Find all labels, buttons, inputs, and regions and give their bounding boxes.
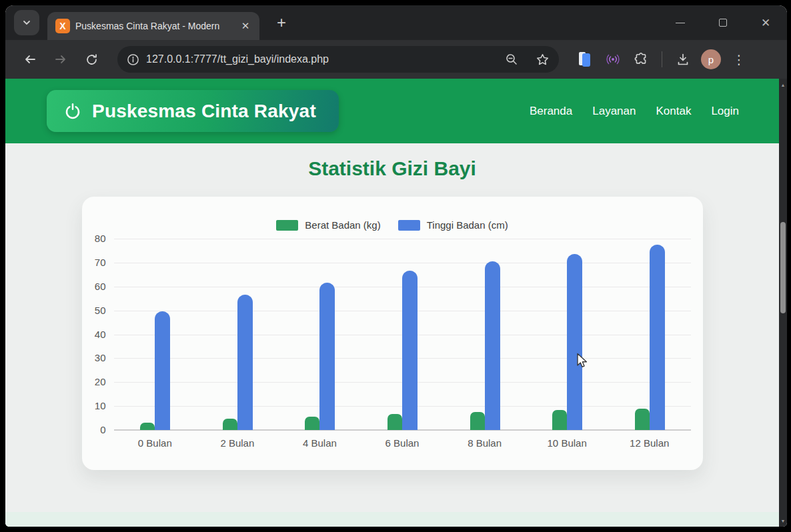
legend-item[interactable]: Berat Badan (kg) <box>276 219 380 231</box>
extensions-button[interactable] <box>630 48 652 71</box>
puzzle-icon <box>634 52 648 67</box>
scrollbar-up-icon[interactable]: ▲ <box>779 80 787 89</box>
x-axis-label: 2 Bulan <box>220 437 254 449</box>
nav-link-kontak[interactable]: Kontak <box>656 105 691 118</box>
legend-label: Tinggi Badan (cm) <box>427 219 508 231</box>
tab-strip: X Puskesmas Cinta Rakyat - Modern ✕ + ✕ <box>5 5 787 40</box>
bookmark-button[interactable] <box>531 48 554 71</box>
toolbar-divider <box>662 51 662 67</box>
gridline <box>114 239 691 239</box>
x-axis-label: 12 Bulan <box>630 437 669 449</box>
minimize-icon <box>676 23 685 23</box>
legend-label: Berat Badan (kg) <box>305 219 380 231</box>
reload-button[interactable] <box>80 48 103 71</box>
footer-strip <box>5 512 779 527</box>
nav-link-layanan[interactable]: Layanan <box>592 105 636 118</box>
page-viewport: Puskesmas Cinta Rakyat BerandaLayananKon… <box>5 79 787 527</box>
bar-tinggi-badan[interactable] <box>237 295 253 430</box>
minimize-button[interactable] <box>659 5 702 40</box>
x-axis-label: 8 Bulan <box>468 437 502 449</box>
scrollbar-thumb[interactable] <box>780 222 786 313</box>
tab-search-button[interactable] <box>14 10 39 35</box>
bar-berat-badan[interactable] <box>387 414 402 430</box>
site-brand[interactable]: Puskesmas Cinta Rakyat <box>47 90 339 132</box>
broadcast-icon <box>604 53 622 66</box>
star-icon <box>536 53 550 67</box>
bar-tinggi-badan[interactable] <box>402 271 418 430</box>
y-axis-tick: 50 <box>83 305 106 316</box>
forward-icon <box>53 52 68 67</box>
forward-button[interactable] <box>49 48 72 71</box>
back-button[interactable] <box>19 48 41 71</box>
maximize-button[interactable] <box>702 5 744 40</box>
y-axis-tick: 30 <box>83 352 106 363</box>
x-axis-label: 6 Bulan <box>385 437 420 449</box>
chevron-down-icon <box>21 17 32 28</box>
bar-tinggi-badan[interactable] <box>485 261 500 430</box>
zoom-indicator-button[interactable] <box>500 48 523 71</box>
x-axis-label: 4 Bulan <box>303 437 337 449</box>
profile-button[interactable]: p <box>700 48 722 71</box>
bar-berat-badan[interactable] <box>470 412 485 430</box>
bar-tinggi-badan[interactable] <box>650 245 665 430</box>
zoom-out-icon <box>505 53 518 66</box>
bar-berat-badan[interactable] <box>223 419 237 430</box>
download-icon <box>676 52 690 67</box>
page-scrollbar[interactable]: ▲ ▼ <box>779 79 787 527</box>
browser-window: X Puskesmas Cinta Rakyat - Modern ✕ + ✕ <box>5 5 787 527</box>
reload-icon <box>85 53 99 67</box>
y-axis-tick: 60 <box>83 281 106 292</box>
nav-link-login[interactable]: Login <box>711 105 739 118</box>
bar-berat-badan[interactable] <box>140 423 155 430</box>
x-axis-label: 10 Bulan <box>548 437 587 449</box>
chart-legend: Berat Badan (kg)Tinggi Badan (cm) <box>82 219 703 231</box>
tab-close-button[interactable]: ✕ <box>238 19 253 33</box>
broadcast-extension-button[interactable] <box>602 48 624 71</box>
legend-swatch <box>276 220 298 231</box>
toolbar-right: p ⋮ <box>574 48 750 71</box>
maximize-icon <box>719 19 727 27</box>
y-axis-tick: 80 <box>83 233 106 244</box>
tab-title: Puskesmas Cinta Rakyat - Modern <box>75 21 233 31</box>
legend-item[interactable]: Tinggi Badan (cm) <box>398 219 508 231</box>
x-axis-label: 0 Bulan <box>138 437 172 449</box>
browser-toolbar: 127.0.0.1:7777/tt_gizi_bayi/indexa.php <box>5 40 787 79</box>
legend-swatch <box>398 220 420 231</box>
browser-menu-button[interactable]: ⋮ <box>728 48 750 71</box>
side-panel-button[interactable] <box>574 48 596 71</box>
browser-tab[interactable]: X Puskesmas Cinta Rakyat - Modern ✕ <box>47 12 259 40</box>
bar-berat-badan[interactable] <box>305 417 319 430</box>
downloads-button[interactable] <box>672 48 694 71</box>
chart-card: Berat Badan (kg)Tinggi Badan (cm) 010203… <box>82 197 703 470</box>
y-axis-tick: 70 <box>83 257 106 268</box>
bar-tinggi-badan[interactable] <box>155 311 170 430</box>
page-title: Statistik Gizi Bayi <box>308 157 476 180</box>
gridline <box>114 263 691 263</box>
bar-tinggi-badan[interactable] <box>567 254 582 430</box>
scrollbar-down-icon[interactable]: ▼ <box>779 516 787 525</box>
url-text[interactable]: 127.0.0.1:7777/tt_gizi_bayi/indexa.php <box>146 53 496 65</box>
avatar: p <box>701 49 721 69</box>
y-axis-tick: 10 <box>83 400 106 411</box>
site-content: Puskesmas Cinta Rakyat BerandaLayananKon… <box>5 79 779 527</box>
address-bar[interactable]: 127.0.0.1:7777/tt_gizi_bayi/indexa.php <box>117 46 559 73</box>
xampp-favicon-icon: X <box>55 19 70 33</box>
y-axis-tick: 0 <box>83 424 106 435</box>
new-tab-button[interactable]: + <box>271 13 291 33</box>
y-axis-tick: 40 <box>83 329 106 340</box>
nav-links: BerandaLayananKontakLogin <box>530 105 739 118</box>
bar-berat-badan[interactable] <box>635 409 650 430</box>
site-navbar: Puskesmas Cinta Rakyat BerandaLayananKon… <box>5 79 779 143</box>
clinic-logo-icon <box>63 101 83 121</box>
page-body: Statistik Gizi Bayi Berat Badan (kg)Ting… <box>5 143 779 527</box>
close-button[interactable]: ✕ <box>744 5 787 40</box>
back-icon <box>23 52 37 67</box>
brand-title: Puskesmas Cinta Rakyat <box>92 101 316 122</box>
bar-berat-badan[interactable] <box>552 410 567 430</box>
site-info-icon[interactable] <box>127 53 139 66</box>
nav-link-beranda[interactable]: Beranda <box>530 105 572 118</box>
side-panel-icon <box>579 52 591 67</box>
bar-tinggi-badan[interactable] <box>319 283 335 430</box>
y-axis-tick: 20 <box>83 376 106 387</box>
window-controls: ✕ <box>659 5 787 40</box>
